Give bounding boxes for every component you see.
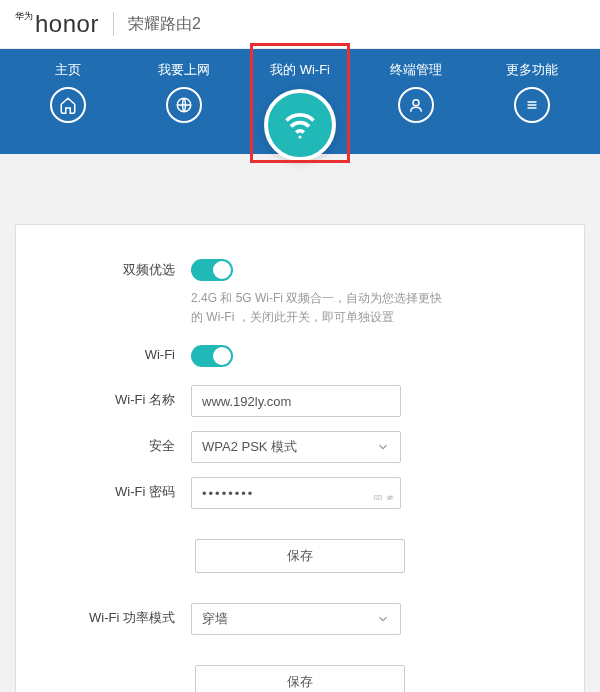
content-area: 双频优选 2.4G 和 5G Wi-Fi 双频合一，自动为您选择更快的 Wi-F… [0, 154, 600, 692]
nav-home[interactable]: 主页 [10, 61, 126, 129]
power-value: 穿墙 [202, 610, 228, 628]
password-wrap [191, 477, 401, 509]
row-password: Wi-Fi 密码 [51, 477, 549, 509]
chevron-down-icon [376, 440, 390, 454]
globe-icon [166, 87, 202, 123]
menu-icon [514, 87, 550, 123]
nav-wifi[interactable]: 我的 Wi-Fi [242, 61, 358, 129]
nav: 主页 我要上网 我的 Wi-Fi 终端管理 更多功能 [0, 49, 600, 154]
nav-internet[interactable]: 我要上网 [126, 61, 242, 129]
power-select[interactable]: 穿墙 [191, 603, 401, 635]
save-button-2[interactable]: 保存 [195, 665, 405, 692]
dual-band-label: 双频优选 [51, 255, 191, 279]
dual-band-help: 2.4G 和 5G Wi-Fi 双频合一，自动为您选择更快的 Wi-Fi ，关闭… [191, 289, 451, 327]
wifi-toggle[interactable] [191, 345, 233, 367]
nav-label: 我要上网 [126, 61, 242, 79]
svg-point-1 [299, 136, 302, 139]
eye-off-icon[interactable] [386, 486, 394, 500]
svg-point-2 [413, 100, 419, 106]
save-row-1: 保存 [51, 539, 549, 573]
nav-label: 主页 [10, 61, 126, 79]
password-input[interactable] [202, 486, 370, 501]
row-security: 安全 WPA2 PSK 模式 [51, 431, 549, 463]
nav-devices[interactable]: 终端管理 [358, 61, 474, 129]
row-dual-band: 双频优选 2.4G 和 5G Wi-Fi 双频合一，自动为您选择更快的 Wi-F… [51, 255, 549, 327]
wifi-name-input[interactable] [191, 385, 401, 417]
keyboard-icon[interactable] [374, 486, 382, 500]
settings-card: 双频优选 2.4G 和 5G Wi-Fi 双频合一，自动为您选择更快的 Wi-F… [15, 224, 585, 692]
security-label: 安全 [51, 431, 191, 455]
chevron-down-icon [376, 612, 390, 626]
row-wifi-switch: Wi-Fi [51, 341, 549, 371]
header: 华为 honor 荣耀路由2 [0, 0, 600, 49]
security-select[interactable]: WPA2 PSK 模式 [191, 431, 401, 463]
nav-more[interactable]: 更多功能 [474, 61, 590, 129]
svg-rect-3 [374, 495, 381, 500]
nav-label: 更多功能 [474, 61, 590, 79]
dual-band-toggle[interactable] [191, 259, 233, 281]
divider [113, 12, 114, 36]
row-wifi-name: Wi-Fi 名称 [51, 385, 549, 417]
save-button[interactable]: 保存 [195, 539, 405, 573]
security-value: WPA2 PSK 模式 [202, 438, 297, 456]
power-label: Wi-Fi 功率模式 [51, 603, 191, 627]
wifi-icon [264, 89, 336, 161]
user-icon [398, 87, 434, 123]
product-name: 荣耀路由2 [128, 14, 201, 35]
wifi-name-label: Wi-Fi 名称 [51, 385, 191, 409]
password-label: Wi-Fi 密码 [51, 477, 191, 501]
row-power: Wi-Fi 功率模式 穿墙 [51, 603, 549, 635]
brand-prefix: 华为 [15, 10, 33, 23]
nav-label: 我的 Wi-Fi [242, 61, 358, 79]
save-row-2: 保存 [51, 665, 549, 692]
wifi-switch-label: Wi-Fi [51, 341, 191, 362]
brand-logo: 华为 honor [15, 10, 99, 38]
home-icon [50, 87, 86, 123]
brand-text: honor [35, 10, 99, 38]
nav-label: 终端管理 [358, 61, 474, 79]
